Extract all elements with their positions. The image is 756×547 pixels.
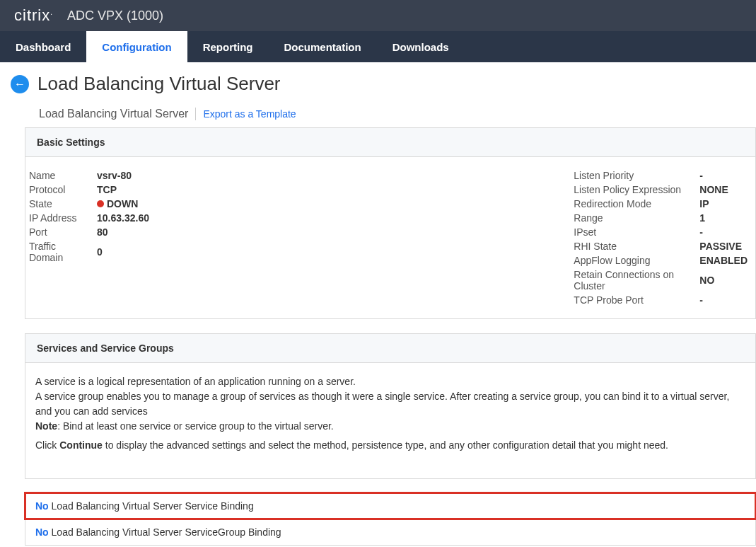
setting-label: IPset xyxy=(569,225,697,239)
setting-label: Protocol xyxy=(29,183,97,197)
binding-no-label: No xyxy=(35,526,49,538)
setting-row: Retain Connections on ClusterNO xyxy=(569,267,752,293)
services-header: Services and Service Groups xyxy=(25,334,755,363)
setting-label: Name xyxy=(29,168,97,183)
setting-row: TCP Probe Port- xyxy=(569,293,752,307)
setting-value: NO xyxy=(697,267,752,293)
setting-label: Listen Priority xyxy=(569,168,697,183)
setting-row: Port80 xyxy=(29,225,153,239)
click-prefix: Click xyxy=(35,439,59,451)
setting-value: - xyxy=(697,225,752,239)
setting-value: PASSIVE xyxy=(697,239,752,253)
servicegroup-binding-row[interactable]: No Load Balancing Virtual Server Service… xyxy=(25,519,756,546)
nav-configuration[interactable]: Configuration xyxy=(86,31,187,62)
page-header: ← Load Balancing Virtual Server xyxy=(11,73,756,95)
click-suffix: to display the advanced settings and sel… xyxy=(103,439,668,451)
breadcrumb: Load Balancing Virtual Server xyxy=(39,108,188,120)
setting-label: Traffic Domain xyxy=(29,239,97,265)
setting-row: AppFlow LoggingENABLED xyxy=(569,253,752,267)
setting-row: IPset- xyxy=(569,225,752,239)
back-arrow-icon[interactable]: ← xyxy=(11,75,29,93)
logo-text: citrix xyxy=(14,6,50,24)
settings-left-col: Namevsrv-80 ProtocolTCP StateDOWN IP Add… xyxy=(29,168,153,307)
page-title: Load Balancing Virtual Server xyxy=(37,73,281,95)
topbar: citrix. ADC VPX (1000) xyxy=(0,0,756,31)
setting-row: Listen Policy ExpressionNONE xyxy=(569,183,752,197)
binding-text: Load Balancing Virtual Server Service Bi… xyxy=(49,500,254,512)
setting-value: 80 xyxy=(97,225,153,239)
setting-value: 1 xyxy=(697,211,752,225)
settings-right-col: Listen Priority- Listen Policy Expressio… xyxy=(569,168,752,307)
breadcrumb-separator xyxy=(195,108,196,120)
setting-row: ProtocolTCP xyxy=(29,183,153,197)
setting-row: IP Address10.63.32.60 xyxy=(29,211,153,225)
setting-value: 10.63.32.60 xyxy=(97,211,153,225)
setting-label: IP Address xyxy=(29,211,97,225)
nav-dashboard[interactable]: Dashboard xyxy=(0,31,86,62)
nav-reporting[interactable]: Reporting xyxy=(187,31,269,62)
setting-label: AppFlow Logging xyxy=(569,253,697,267)
setting-row: StateDOWN xyxy=(29,197,153,211)
setting-value: 0 xyxy=(97,239,153,265)
service-binding-row[interactable]: No Load Balancing Virtual Server Service… xyxy=(25,493,756,519)
setting-value: IP xyxy=(697,197,752,211)
setting-label: RHI State xyxy=(569,239,697,253)
click-bold: Continue xyxy=(59,439,103,451)
setting-row: Listen Priority- xyxy=(569,168,752,183)
setting-value: ENABLED xyxy=(697,253,752,267)
setting-row: Range1 xyxy=(569,211,752,225)
product-title: ADC VPX (1000) xyxy=(67,8,163,23)
note-text: : Bind at least one service or service g… xyxy=(57,420,334,432)
setting-row: RHI StatePASSIVE xyxy=(569,239,752,253)
setting-label: TCP Probe Port xyxy=(569,293,697,307)
status-down-icon xyxy=(97,200,104,207)
setting-label: State xyxy=(29,197,97,211)
citrix-logo: citrix. xyxy=(14,6,53,25)
services-description: A service is a logical representation of… xyxy=(35,374,745,453)
setting-label: Range xyxy=(569,211,697,225)
breadcrumb-row: Load Balancing Virtual Server Export as … xyxy=(39,108,756,120)
setting-label: Redirection Mode xyxy=(569,197,697,211)
binding-text: Load Balancing Virtual Server ServiceGro… xyxy=(49,526,281,538)
nav-downloads[interactable]: Downloads xyxy=(377,31,465,62)
page-content: ← Load Balancing Virtual Server Load Bal… xyxy=(0,62,756,547)
logo-dot-icon: . xyxy=(50,8,53,16)
setting-value: vsrv-80 xyxy=(97,168,153,183)
navbar: Dashboard Configuration Reporting Docume… xyxy=(0,31,756,62)
setting-value: DOWN xyxy=(97,197,153,211)
setting-row: Namevsrv-80 xyxy=(29,168,153,183)
setting-label: Retain Connections on Cluster xyxy=(569,267,697,293)
setting-label: Port xyxy=(29,225,97,239)
binding-no-label: No xyxy=(35,500,49,512)
export-template-link[interactable]: Export as a Template xyxy=(203,108,296,120)
desc-line1: A service is a logical representation of… xyxy=(35,376,356,387)
desc-line2: A service group enables you to manage a … xyxy=(35,391,729,417)
setting-row: Traffic Domain0 xyxy=(29,239,153,265)
basic-settings-header: Basic Settings xyxy=(25,128,755,157)
note-label: Note xyxy=(35,420,57,432)
setting-value: TCP xyxy=(97,183,153,197)
services-panel: Services and Service Groups A service is… xyxy=(25,333,756,479)
setting-row: Redirection ModeIP xyxy=(569,197,752,211)
basic-settings-panel: Basic Settings Namevsrv-80 ProtocolTCP S… xyxy=(25,127,756,319)
state-value: DOWN xyxy=(107,198,138,209)
nav-documentation[interactable]: Documentation xyxy=(269,31,377,62)
setting-label: Listen Policy Expression xyxy=(569,183,697,197)
setting-value: - xyxy=(697,168,752,183)
setting-value: NONE xyxy=(697,183,752,197)
setting-value: - xyxy=(697,293,752,307)
